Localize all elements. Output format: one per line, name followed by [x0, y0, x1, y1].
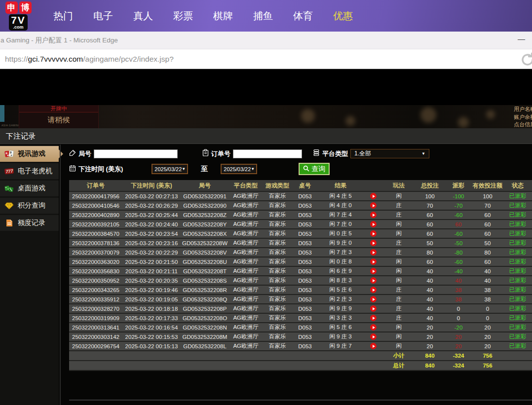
- cell-result: 闲 7 庄 0: [318, 220, 363, 229]
- cell-table-no: D053: [292, 201, 318, 210]
- cell-valid-bet: 60: [472, 220, 503, 229]
- slot-icon: 777: [4, 168, 14, 175]
- browser-urlbar[interactable]: https://gci.7vvvvvv.com/agingame/pcv2/in…: [0, 49, 532, 69]
- table-row: 2503220003568302025-03-22 00:21:11GD0532…: [69, 266, 532, 276]
- round-input[interactable]: [94, 149, 178, 158]
- sidebar-item-桌面游戏[interactable]: 桌面游戏: [0, 181, 59, 196]
- sidebar-item-额度记录[interactable]: 额度记录: [0, 215, 59, 231]
- replay-play-icon[interactable]: [370, 212, 377, 218]
- please-wait-text: 请稍候: [19, 112, 98, 127]
- cell-table-no: D053: [292, 323, 318, 332]
- replay-play-icon[interactable]: [370, 193, 377, 199]
- address-text[interactable]: https://gci.7vvvvvv.com/agingame/pcv2/in…: [5, 55, 174, 64]
- query-button-label: 查询: [311, 165, 325, 174]
- replay-play-icon[interactable]: [370, 287, 377, 293]
- cell-table-no: D053: [292, 304, 318, 313]
- minimize-button[interactable]: —: [518, 35, 525, 43]
- replay-play-icon[interactable]: [370, 296, 377, 302]
- cell-table-no: D053: [292, 341, 318, 351]
- cell-payout: -70: [445, 201, 472, 210]
- cell-result: 闲 0 庄 8: [318, 257, 363, 266]
- chevron-down-icon: ▼: [182, 167, 186, 171]
- empty-cell: [122, 361, 181, 370]
- replay-play-icon[interactable]: [370, 343, 377, 349]
- replay-play-icon[interactable]: [370, 268, 377, 274]
- cell-platform: AG欧洲厅: [229, 229, 263, 238]
- platform-icon: [313, 149, 320, 158]
- empty-cell: [292, 361, 318, 370]
- nav-item-2[interactable]: 电子: [93, 9, 113, 23]
- cell-total-bet: 20: [415, 341, 445, 351]
- cell-payout: 40: [445, 276, 472, 285]
- cell-result: 闲 5 庄 6: [318, 285, 363, 295]
- site-logo[interactable]: 申 博 7V .com: [4, 1, 33, 31]
- cell-payout: -60: [445, 229, 472, 238]
- cell-payout: 20: [445, 341, 472, 351]
- subtotal-label: 小计: [383, 351, 415, 361]
- cell-order-id: 250322000296754: [69, 341, 122, 351]
- cell-result: 闲 7 庄 3: [318, 248, 363, 257]
- cell-game: 百家乐: [263, 201, 292, 210]
- cell-platform: AG欧洲厅: [229, 304, 263, 313]
- order-input[interactable]: [233, 149, 302, 158]
- cell-bet-side: 闲: [383, 257, 415, 266]
- col-header: 游戏类型: [263, 180, 292, 191]
- nav-item-8[interactable]: 优惠: [333, 9, 353, 23]
- asia-gaming-label: ASIA GAMING: [1, 124, 20, 127]
- empty-cell: [503, 351, 532, 361]
- replay-play-icon[interactable]: [370, 202, 377, 209]
- replay-play-icon[interactable]: [370, 258, 377, 265]
- sidebar-item-视讯游戏[interactable]: K♥9♠视讯游戏: [0, 146, 59, 162]
- sidebar-item-label: 积分查询: [18, 201, 45, 210]
- cell-payout: -50: [445, 238, 472, 248]
- nav-item-5[interactable]: 棋牌: [213, 9, 233, 23]
- empty-cell: [263, 351, 292, 361]
- sidebar-item-电子老虎机[interactable]: 777电子老虎机: [0, 163, 59, 179]
- cell-bet-side: 闲: [383, 220, 415, 229]
- replay-play-icon[interactable]: [370, 324, 377, 331]
- replay-play-icon[interactable]: [370, 305, 377, 312]
- nav-item-1[interactable]: 热门: [53, 9, 73, 23]
- cell-status: 已派彩: [503, 276, 532, 285]
- sidebar-item-积分查询[interactable]: 积分查询: [0, 198, 59, 214]
- col-header-result: 结果: [318, 180, 363, 191]
- platform-select[interactable]: 1.全部 ▼: [350, 149, 429, 158]
- platform-filter-group: 平台类型 1.全部 ▼: [313, 149, 429, 158]
- dealer-table-tile[interactable]: 开牌中 请稍候: [19, 105, 99, 128]
- cell-result: 闲 3 庄 3: [318, 313, 363, 323]
- cell-round: GD0532532208X: [181, 229, 229, 238]
- nav-item-4[interactable]: 彩票: [173, 9, 193, 23]
- nav-item-7[interactable]: 体育: [293, 9, 313, 23]
- cell-valid-bet: 20: [472, 341, 503, 351]
- replay-play-icon[interactable]: [370, 249, 377, 256]
- cell-bet-side: 庄: [383, 238, 415, 248]
- replay-play-icon[interactable]: [370, 221, 377, 227]
- cell-valid-bet: 80: [472, 248, 503, 257]
- cell-bet-side: 庄: [383, 201, 415, 210]
- cell-status: 已派彩: [503, 191, 532, 201]
- hero-account-label: 点台信息: [514, 121, 532, 128]
- cell-order-id: 250322000370079: [69, 248, 122, 257]
- sidebar: K♥9♠视讯游戏777电子老虎机桌面游戏积分查询额度记录: [0, 145, 59, 405]
- replay-play-icon[interactable]: [370, 333, 377, 340]
- empty-cell: [181, 361, 229, 370]
- date-to-select[interactable]: 2025/03/22 ▼: [221, 164, 257, 174]
- replay-play-icon[interactable]: [370, 240, 377, 246]
- replay-play-icon[interactable]: [370, 230, 377, 237]
- cell-platform: AG欧洲厅: [229, 248, 263, 257]
- query-button[interactable]: 查询: [299, 163, 330, 175]
- dealing-status-badge: 开牌中: [19, 105, 98, 112]
- refresh-icon[interactable]: [520, 52, 532, 70]
- cell-bet-side: 庄: [383, 313, 415, 323]
- replay-play-icon[interactable]: [370, 315, 377, 321]
- bet-time-group: 下注时间 (美东): [69, 165, 123, 174]
- cell-status: 已派彩: [503, 295, 532, 304]
- replay-play-icon[interactable]: [370, 277, 377, 284]
- cell-result: 闲 5 庄 6: [318, 323, 363, 332]
- table-row: 2503220004105462025-03-22 00:26:29GD0532…: [69, 201, 532, 210]
- cell-valid-bet: 70: [472, 201, 503, 210]
- nav-item-3[interactable]: 真人: [133, 9, 153, 23]
- date-from-select[interactable]: 2025/03/22 ▼: [152, 164, 188, 174]
- cell-bet-side: 闲: [383, 323, 415, 332]
- nav-item-6[interactable]: 捕鱼: [253, 9, 273, 23]
